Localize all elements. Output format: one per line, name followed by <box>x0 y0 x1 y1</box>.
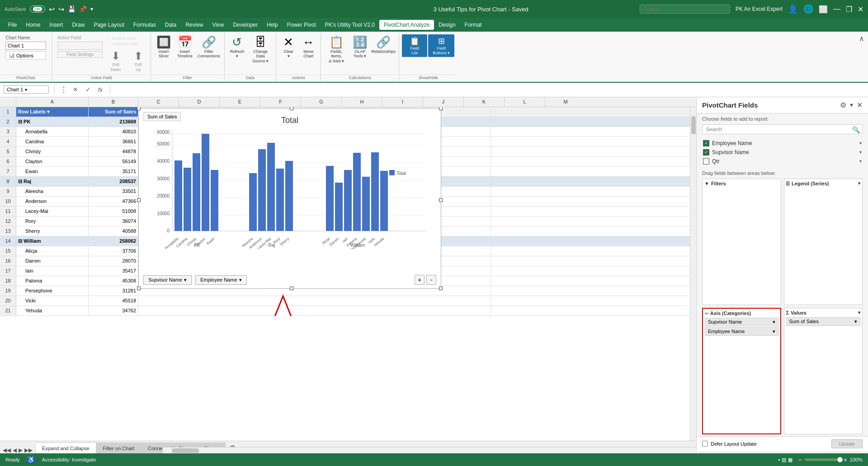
maximize-icon[interactable]: ❐ <box>846 5 852 14</box>
close-icon[interactable]: ✕ <box>858 5 863 14</box>
filters-area[interactable]: ▼ Filters <box>702 179 781 305</box>
confirm-icon[interactable]: ✓ <box>84 86 93 93</box>
filter-connections-button[interactable]: 🔗 FilterConnections <box>196 34 222 60</box>
chart-name-input[interactable] <box>5 42 46 50</box>
menu-draw[interactable]: Draw <box>67 20 89 30</box>
cell-9a[interactable]: Aleesha <box>16 187 89 196</box>
options-button[interactable]: 📊 Options <box>5 51 46 60</box>
chart-expand-btn[interactable]: + <box>415 275 425 285</box>
cell-1a[interactable]: Row Labels ▾ <box>16 107 89 117</box>
save-icon[interactable]: 💾 <box>68 5 75 13</box>
menu-developer[interactable]: Developer <box>228 20 262 30</box>
cell-5b[interactable]: 44878 <box>89 147 138 156</box>
menu-design[interactable]: Design <box>434 20 460 30</box>
cell-16b[interactable]: 28070 <box>89 256 138 266</box>
axis-categories-area[interactable]: ═ Axis (Categories) Supvisor Name ▾ Empl… <box>702 308 781 434</box>
search-input[interactable] <box>640 5 730 14</box>
update-button[interactable]: Update <box>831 439 863 448</box>
ribbon-collapse-btn[interactable]: ∧ <box>855 33 868 81</box>
chart-handle-tl[interactable] <box>137 107 141 110</box>
menu-view[interactable]: View <box>208 20 229 30</box>
cell-11a[interactable]: Lacey-Mai <box>16 207 89 216</box>
zoom-out-icon[interactable]: − <box>798 456 802 463</box>
axis-employee-dropdown-icon[interactable]: ▾ <box>773 329 775 334</box>
refresh-button[interactable]: ↺ Refresh▾ <box>227 34 247 60</box>
sum-of-sales-dropdown-icon[interactable]: ▾ <box>854 319 857 325</box>
cell-8b[interactable]: 208537 <box>89 177 138 186</box>
drill-up-button[interactable]: ⬆ DrillUp <box>129 49 148 74</box>
cell-16a[interactable]: Darren <box>16 256 89 266</box>
autosave-toggle[interactable]: On <box>30 5 45 13</box>
field-settings-button[interactable]: Field Settings <box>57 51 103 58</box>
employee-filter-btn[interactable]: Employee Name ▾ <box>195 275 246 285</box>
cell-17b[interactable]: 35417 <box>89 266 138 276</box>
chart-handle-ml[interactable] <box>137 198 141 202</box>
redo-icon[interactable]: ↪ <box>58 5 64 14</box>
vertical-scrollbar[interactable] <box>690 107 696 451</box>
cell-19a[interactable]: Persephone <box>16 286 89 296</box>
change-data-source-button[interactable]: 🗄 Change DataSource ▾ <box>248 34 273 65</box>
cell-15b[interactable]: 37706 <box>89 246 138 256</box>
cell-5a[interactable]: Christy <box>16 147 89 156</box>
drill-down-button[interactable]: ⬇ DrillDown <box>106 49 125 74</box>
defer-layout-checkbox[interactable] <box>702 441 708 447</box>
cell-2b[interactable]: 213669 <box>89 117 138 127</box>
chart-handle-tr[interactable] <box>439 107 443 110</box>
cell-11b[interactable]: 51008 <box>89 207 138 216</box>
zoom-in-icon[interactable]: + <box>844 456 847 463</box>
cell-7b[interactable]: 35171 <box>89 167 138 176</box>
cell-4b[interactable]: 36661 <box>89 137 138 146</box>
cell-18a[interactable]: Paloma <box>16 276 89 286</box>
values-sum-item[interactable]: Sum of Sales ▾ <box>786 317 861 326</box>
cell-20b[interactable]: 45518 <box>89 296 138 306</box>
menu-formulas[interactable]: Formulas <box>129 20 160 30</box>
menu-insert[interactable]: Insert <box>45 20 67 30</box>
earth-icon[interactable]: 🌐 <box>803 4 813 14</box>
menu-power-pivot[interactable]: Power Pivot <box>283 20 321 30</box>
chart-collapse-btn[interactable]: - <box>426 275 436 285</box>
chart-handle-bc[interactable] <box>290 287 293 290</box>
horizontal-scrollbar[interactable] <box>163 447 696 453</box>
menu-help[interactable]: Help <box>262 20 283 30</box>
nav-left-icon[interactable]: ◀ <box>12 447 18 453</box>
pivot-panel-settings-icon[interactable]: ⚙ <box>840 101 846 109</box>
cell-12b[interactable]: 36074 <box>89 217 138 226</box>
cell-20a[interactable]: Vicki <box>16 296 89 306</box>
field-list-button[interactable]: 📋 FieldList <box>402 34 427 57</box>
cell-13b[interactable]: 40588 <box>89 226 138 236</box>
cell-9b[interactable]: 33501 <box>89 187 138 196</box>
sheet-tab-filter-on-chart[interactable]: Filter on Chart <box>96 442 142 453</box>
qtr-checkbox[interactable] <box>703 158 709 165</box>
supervisor-filter-btn[interactable]: Supvisor Name ▾ <box>143 275 192 285</box>
menu-home[interactable]: Home <box>21 20 45 30</box>
values-area[interactable]: Σ Values ▾ Sum of Sales ▾ <box>784 308 863 434</box>
chart-container[interactable]: Sum of Sales Total 0 10000 20000 <box>138 108 441 289</box>
cell-19b[interactable]: 31281 <box>89 286 138 296</box>
scroll-thumb[interactable] <box>691 116 696 134</box>
zoom-slider-thumb[interactable] <box>837 457 843 462</box>
cell-4a[interactable]: Carolina <box>16 137 89 146</box>
cell-3b[interactable]: 40810 <box>89 127 138 137</box>
move-chart-button[interactable]: ↔ MoveChart <box>299 34 318 60</box>
cell-2a[interactable]: ⊟ PK <box>16 117 89 127</box>
cell-13a[interactable]: Sherry <box>16 226 89 236</box>
insert-slicer-button[interactable]: 🔲 InsertSlicer <box>154 34 174 60</box>
page-break-view-icon[interactable]: ▩ <box>788 457 793 463</box>
axis-employee-item[interactable]: Employee Name ▾ <box>705 327 778 336</box>
h-scroll-thumb[interactable] <box>172 448 199 453</box>
cell-21a[interactable]: Yehuda <box>16 306 89 315</box>
cell-10a[interactable]: Anderson <box>16 197 89 206</box>
nav-right-icon[interactable]: ▶ <box>18 447 24 453</box>
pivot-panel-close-icon[interactable]: ✕ <box>857 101 863 109</box>
menu-pivotchart-analyze[interactable]: PivotChart Analyze <box>379 20 434 30</box>
employee-name-checkbox[interactable]: ✓ <box>703 140 709 146</box>
defer-checkbox-area[interactable]: Defer Layout Update <box>702 441 757 447</box>
cell-3a[interactable]: Annabella <box>16 127 89 137</box>
name-box-dropdown-icon[interactable]: ▾ <box>25 87 27 92</box>
pivot-search-input[interactable] <box>702 124 863 134</box>
nav-right-right-icon[interactable]: ▶▶ <box>24 447 33 453</box>
nav-left-left-icon[interactable]: ◀◀ <box>2 447 12 453</box>
cancel-icon[interactable]: ✕ <box>71 86 80 93</box>
cell-17a[interactable]: Iain <box>16 266 89 276</box>
menu-page-layout[interactable]: Page Layout <box>89 20 128 30</box>
